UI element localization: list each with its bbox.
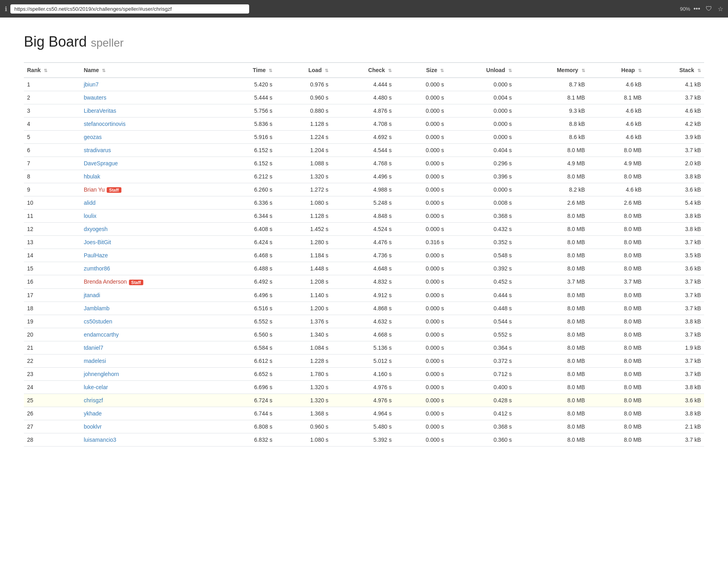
user-link[interactable]: geozas (84, 134, 101, 140)
cell-name[interactable]: jtanadi (80, 288, 220, 302)
col-stack[interactable]: Stack ⇅ (645, 63, 704, 78)
user-link[interactable]: cs50studen (84, 318, 112, 325)
cell-name[interactable]: booklvr (80, 420, 220, 433)
cell-time: 6.152 s (221, 144, 276, 157)
cell-rank: 27 (24, 420, 80, 433)
zoom-level: 90% (680, 6, 690, 12)
user-link[interactable]: loulix (84, 213, 96, 219)
cell-name[interactable]: stradivarus (80, 144, 220, 157)
table-row: 12dxyogesh6.408 s1.452 s4.524 s0.000 s0.… (24, 223, 704, 236)
cell-load: 1.320 s (275, 380, 332, 394)
user-link[interactable]: jbiun7 (84, 81, 98, 88)
cell-memory: 8.2 kB (515, 183, 588, 196)
user-link[interactable]: PaulHaze (84, 252, 108, 259)
cell-name[interactable]: loulix (80, 210, 220, 223)
cell-name[interactable]: Brenda AndersonStaff (80, 275, 220, 288)
cell-name[interactable]: endamccarthy (80, 328, 220, 341)
cell-name[interactable]: dxyogesh (80, 223, 220, 236)
cell-name[interactable]: zumthor86 (80, 262, 220, 275)
cell-name[interactable]: bwauters (80, 91, 220, 104)
cell-size: 0.000 s (395, 118, 447, 131)
cell-name[interactable]: stefanocortinovis (80, 118, 220, 131)
cell-name[interactable]: LiberaVeritas (80, 104, 220, 118)
user-link[interactable]: luke-celar (84, 384, 108, 390)
col-size[interactable]: Size ⇅ (395, 63, 447, 78)
cell-name[interactable]: alidd (80, 196, 220, 210)
col-load[interactable]: Load ⇅ (275, 63, 332, 78)
user-link[interactable]: endamccarthy (84, 331, 119, 338)
user-link[interactable]: Brian Yu (84, 186, 105, 193)
cell-name[interactable]: Joes-BitGit (80, 236, 220, 249)
cell-name[interactable]: tdaniel7 (80, 341, 220, 354)
cell-check: 4.476 s (332, 236, 395, 249)
url-bar[interactable]: https://speller.cs50.net/cs50/2019/x/cha… (10, 4, 249, 14)
user-link[interactable]: booklvr (84, 423, 101, 430)
user-link[interactable]: luisamancio3 (84, 437, 116, 443)
user-link[interactable]: DaveSprague (84, 160, 118, 167)
cell-rank: 15 (24, 262, 80, 275)
cell-name[interactable]: luke-celar (80, 380, 220, 394)
shield-icon[interactable]: 🛡 (706, 5, 712, 13)
cell-name[interactable]: madelesi (80, 354, 220, 367)
cell-name[interactable]: DaveSprague (80, 157, 220, 170)
cell-memory: 8.0 MB (515, 315, 588, 328)
user-link[interactable]: stradivarus (84, 147, 111, 153)
user-link[interactable]: alidd (84, 200, 96, 206)
table-row: 14PaulHaze6.468 s1.184 s4.736 s0.000 s0.… (24, 249, 704, 262)
user-link[interactable]: Jamblamb (84, 305, 109, 311)
cell-name[interactable]: jbiun7 (80, 78, 220, 91)
cell-unload: 0.452 s (447, 275, 515, 288)
more-icon[interactable]: ••• (693, 5, 700, 13)
user-link[interactable]: stefanocortinovis (84, 121, 125, 127)
cell-name[interactable]: luisamancio3 (80, 433, 220, 446)
col-unload[interactable]: Unload ⇅ (447, 63, 515, 78)
user-link[interactable]: Joes-BitGit (84, 239, 111, 245)
col-memory[interactable]: Memory ⇅ (515, 63, 588, 78)
cell-load: 1.084 s (275, 341, 332, 354)
col-heap[interactable]: Heap ⇅ (588, 63, 645, 78)
cell-memory: 8.0 MB (515, 407, 588, 420)
cell-name[interactable]: Jamblamb (80, 302, 220, 315)
cell-load: 1.368 s (275, 407, 332, 420)
cell-name[interactable]: ykhade (80, 407, 220, 420)
sort-icon-rank: ⇅ (44, 68, 47, 73)
user-link[interactable]: Brenda Anderson (84, 278, 127, 285)
user-link[interactable]: hbulak (84, 173, 100, 180)
cell-size: 0.000 s (395, 210, 447, 223)
cell-unload: 0.000 s (447, 183, 515, 196)
user-link[interactable]: LiberaVeritas (84, 108, 116, 114)
cell-name[interactable]: johnenglehorn (80, 367, 220, 380)
cell-unload: 0.372 s (447, 354, 515, 367)
cell-name[interactable]: cs50studen (80, 315, 220, 328)
col-name[interactable]: Name ⇅ (80, 63, 220, 78)
cell-rank: 20 (24, 328, 80, 341)
table-row: 17jtanadi6.496 s1.140 s4.912 s0.000 s0.4… (24, 288, 704, 302)
user-link[interactable]: bwauters (84, 94, 106, 101)
cell-name[interactable]: Brian YuStaff (80, 183, 220, 196)
cell-name[interactable]: chrisgzf (80, 394, 220, 407)
user-link[interactable]: ykhade (84, 410, 101, 417)
user-link[interactable]: johnenglehorn (84, 371, 119, 377)
cell-memory: 8.0 MB (515, 394, 588, 407)
cell-name[interactable]: PaulHaze (80, 249, 220, 262)
cell-unload: 0.296 s (447, 157, 515, 170)
user-link[interactable]: tdaniel7 (84, 345, 103, 351)
col-rank[interactable]: Rank ⇅ (24, 63, 80, 78)
cell-check: 4.648 s (332, 262, 395, 275)
col-check[interactable]: Check ⇅ (332, 63, 395, 78)
user-link[interactable]: zumthor86 (84, 265, 110, 272)
cell-check: 4.444 s (332, 78, 395, 91)
cell-load: 1.080 s (275, 196, 332, 210)
user-link[interactable]: dxyogesh (84, 226, 107, 232)
cell-heap: 4.6 kB (588, 78, 645, 91)
cell-name[interactable]: hbulak (80, 170, 220, 183)
cell-stack: 3.5 kB (645, 249, 704, 262)
cell-load: 1.340 s (275, 328, 332, 341)
star-icon[interactable]: ☆ (718, 5, 723, 13)
user-link[interactable]: madelesi (84, 358, 106, 364)
cell-stack: 3.7 kB (645, 328, 704, 341)
col-time[interactable]: Time ⇅ (221, 63, 276, 78)
user-link[interactable]: chrisgzf (84, 397, 103, 404)
user-link[interactable]: jtanadi (84, 292, 100, 298)
cell-name[interactable]: geozas (80, 131, 220, 144)
